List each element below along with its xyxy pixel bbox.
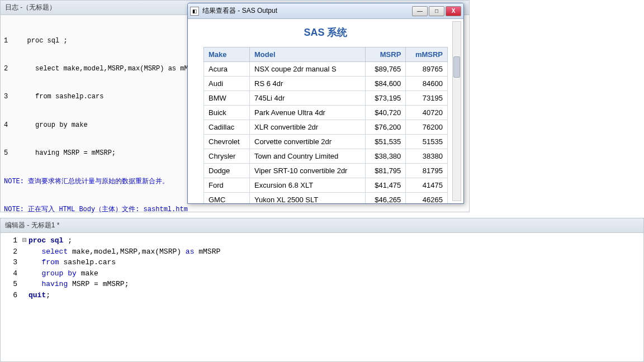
editor-body[interactable]: 1⊟proc sql ;2 select make,model,MSRP,max… <box>1 233 643 303</box>
table-row[interactable]: GMCYukon XL 2500 SLT$46,26546265 <box>204 193 448 204</box>
cell-make: Cadillac <box>204 120 250 135</box>
col-make[interactable]: Make <box>204 47 250 62</box>
cell-msrp: $73,195 <box>366 91 406 106</box>
fold-gutter-icon <box>21 268 29 279</box>
cell-mmsrp: 81795 <box>406 164 448 178</box>
log-line-text: select make,model,MSRP,max(MSRP) as mMSR… <box>15 64 200 74</box>
cell-mmsrp: 89765 <box>406 62 448 77</box>
editor-line: 2 select make,model,MSRP,max(MSRP) as mM… <box>4 246 640 258</box>
fold-gutter-icon[interactable]: ⊟ <box>21 235 29 246</box>
editor-title: 编辑器 - 无标题1 * <box>1 218 643 233</box>
table-row[interactable]: ChryslerTown and Country Limited$38,3803… <box>204 149 448 164</box>
cell-msrp: $38,380 <box>366 149 406 164</box>
editor-line-num: 1 <box>4 235 21 246</box>
log-line-text: having MSRP = mMSRP; <box>15 149 116 158</box>
fold-gutter-icon <box>21 246 29 258</box>
cell-model: RS 6 4dr <box>250 77 366 91</box>
minimize-button[interactable]: — <box>412 6 428 16</box>
table-row[interactable]: BuickPark Avenue Ultra 4dr$40,72040720 <box>204 106 448 120</box>
editor-line-num: 2 <box>4 246 21 258</box>
cell-mmsrp: 40720 <box>406 106 448 120</box>
fold-gutter-icon <box>21 290 29 301</box>
log-line-num: 1 <box>4 36 15 46</box>
sas-heading: SAS 系统 <box>203 26 448 39</box>
cell-make: GMC <box>204 193 250 204</box>
cell-msrp: $76,200 <box>366 120 406 135</box>
editor-line-num: 6 <box>4 290 21 301</box>
result-window-title: 结果查看器 - SAS Output <box>202 6 412 16</box>
editor-pane: 编辑器 - 无标题1 * 1⊟proc sql ;2 select make,m… <box>0 218 644 362</box>
cell-model: NSX coupe 2dr manual S <box>250 62 366 77</box>
cell-mmsrp: 51535 <box>406 135 448 149</box>
editor-code: from sashelp.cars <box>29 257 116 268</box>
maximize-button[interactable]: □ <box>429 6 444 16</box>
log-line-text: group by make <box>15 121 88 130</box>
result-content: SAS 系统 Make Model MSRP mMSRP AcuraNSX co… <box>188 19 463 203</box>
cell-make: Dodge <box>204 164 250 178</box>
editor-code: group by make <box>29 268 98 279</box>
cell-make: BMW <box>204 91 250 106</box>
cell-mmsrp: 38380 <box>406 149 448 164</box>
cell-model: Excursion 6.8 XLT <box>250 178 366 193</box>
fold-gutter-icon <box>21 279 29 290</box>
cell-make: Ford <box>204 178 250 193</box>
window-buttons: — □ X <box>412 6 461 16</box>
cell-model: Town and Country Limited <box>250 149 366 164</box>
log-note: NOTE: 正在写入 HTML Body（主体）文件: sashtml.htm <box>4 205 466 215</box>
editor-line-num: 3 <box>4 257 21 268</box>
col-msrp[interactable]: MSRP <box>366 47 406 62</box>
log-line-text: proc sql ; <box>15 36 68 46</box>
col-model[interactable]: Model <box>250 47 366 62</box>
editor-line: 1⊟proc sql ; <box>4 235 640 246</box>
cell-mmsrp: 73195 <box>406 91 448 106</box>
table-row[interactable]: AudiRS 6 4dr$84,60084600 <box>204 77 448 91</box>
editor-line: 4 group by make <box>4 268 640 279</box>
cell-model: Corvette convertible 2dr <box>250 135 366 149</box>
cell-make: Audi <box>204 77 250 91</box>
log-line-num: 3 <box>4 92 15 102</box>
editor-code: select make,model,MSRP,max(MSRP) as mMSR… <box>29 246 220 258</box>
result-table: Make Model MSRP mMSRP AcuraNSX coupe 2dr… <box>203 47 448 203</box>
cell-model: 745Li 4dr <box>250 91 366 106</box>
cell-model: Viper SRT-10 convertible 2dr <box>250 164 366 178</box>
cell-msrp: $81,795 <box>366 164 406 178</box>
result-viewer-window: ◧ 结果查看器 - SAS Output — □ X SAS 系统 Make M… <box>187 3 464 204</box>
col-mmsrp[interactable]: mMSRP <box>406 47 448 62</box>
cell-make: Acura <box>204 62 250 77</box>
close-button[interactable]: X <box>446 6 461 16</box>
cell-mmsrp: 46265 <box>406 193 448 204</box>
cell-make: Buick <box>204 106 250 120</box>
cell-msrp: $41,475 <box>366 178 406 193</box>
log-line-text: from sashelp.cars <box>15 92 103 102</box>
table-row[interactable]: AcuraNSX coupe 2dr manual S$89,76589765 <box>204 62 448 77</box>
cell-mmsrp: 41475 <box>406 178 448 193</box>
table-row[interactable]: ChevroletCorvette convertible 2dr$51,535… <box>204 135 448 149</box>
cell-model: XLR convertible 2dr <box>250 120 366 135</box>
editor-line-num: 4 <box>4 268 21 279</box>
table-row[interactable]: FordExcursion 6.8 XLT$41,47541475 <box>204 178 448 193</box>
editor-line: 6quit; <box>4 290 640 301</box>
cell-msrp: $46,265 <box>366 193 406 204</box>
editor-line-num: 5 <box>4 279 21 290</box>
vertical-scrollbar[interactable] <box>452 21 461 201</box>
cell-mmsrp: 76200 <box>406 120 448 135</box>
editor-code: having MSRP = mMSRP; <box>29 279 129 290</box>
fold-gutter-icon <box>21 257 29 268</box>
table-row[interactable]: CadillacXLR convertible 2dr$76,20076200 <box>204 120 448 135</box>
cell-model: Yukon XL 2500 SLT <box>250 193 366 204</box>
table-row[interactable]: DodgeViper SRT-10 convertible 2dr$81,795… <box>204 164 448 178</box>
cell-mmsrp: 84600 <box>406 77 448 91</box>
log-line-num: 5 <box>4 149 15 158</box>
editor-line: 5 having MSRP = mMSRP; <box>4 279 640 290</box>
sas-output-icon: ◧ <box>190 7 199 16</box>
result-titlebar[interactable]: ◧ 结果查看器 - SAS Output — □ X <box>188 3 463 19</box>
log-line-num: 4 <box>4 121 15 130</box>
log-line-num: 2 <box>4 64 15 74</box>
editor-code: quit; <box>29 290 50 301</box>
cell-make: Chevrolet <box>204 135 250 149</box>
close-icon: X <box>452 8 456 14</box>
maximize-icon: □ <box>435 8 438 14</box>
table-row[interactable]: BMW745Li 4dr$73,19573195 <box>204 91 448 106</box>
cell-msrp: $40,720 <box>366 106 406 120</box>
scrollbar-thumb[interactable] <box>453 56 460 78</box>
